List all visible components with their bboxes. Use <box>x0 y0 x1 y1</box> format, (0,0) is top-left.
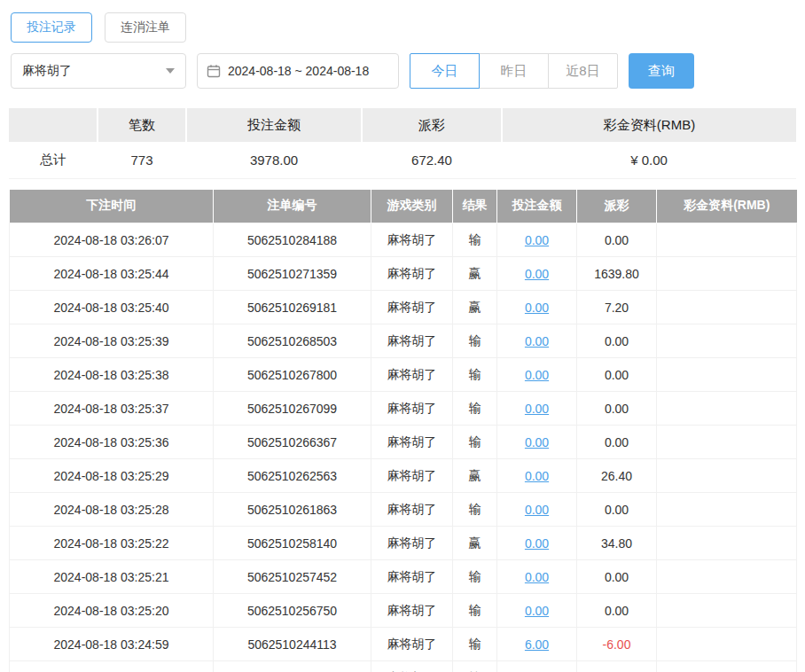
game-type-cell: 麻将胡了 <box>371 257 453 291</box>
bet-time-cell: 2024-08-18 03:25:29 <box>10 459 214 493</box>
table-row: 2024-08-18 03:25:405062510269181麻将胡了赢0.0… <box>10 291 797 324</box>
table-row: 2024-08-18 03:25:205062510256750麻将胡了输0.0… <box>10 594 797 628</box>
result-cell: 输 <box>453 661 497 672</box>
bonus-cell <box>657 661 797 672</box>
summary-header-row: 笔数 投注金额 派彩 彩金资料(RMB) <box>9 108 796 142</box>
bonus-cell <box>657 392 797 426</box>
bet-time-cell: 2024-08-18 03:25:28 <box>10 493 214 527</box>
payout-cell: 0.00 <box>577 324 657 358</box>
summary-total-label: 总计 <box>9 142 98 178</box>
table-row: 2024-08-18 03:25:445062510271359麻将胡了赢0.0… <box>10 257 797 291</box>
quick-last8days-button[interactable]: 近8日 <box>548 53 618 89</box>
table-row: 2024-08-18 03:25:395062510268503麻将胡了输0.0… <box>10 324 797 358</box>
result-cell: 输 <box>453 560 497 594</box>
col-header-order-id: 注单编号 <box>214 190 371 223</box>
bet-amount-link[interactable]: 6.00 <box>497 661 577 672</box>
payout-cell: 0.00 <box>577 358 657 392</box>
payout-cell: -6.00 <box>577 661 657 672</box>
bet-amount-link[interactable]: 0.00 <box>497 291 577 324</box>
col-header-bet-amount: 投注金额 <box>497 190 577 223</box>
order-id-cell: 5062510257452 <box>214 560 371 594</box>
bet-table: 下注时间 注单编号 游戏类别 结果 投注金额 派彩 彩金资料(RMB) 2024… <box>9 190 797 672</box>
bet-amount-link[interactable]: 0.00 <box>497 459 577 493</box>
tab-bet-records[interactable]: 投注记录 <box>11 12 92 43</box>
bonus-cell <box>657 459 797 493</box>
payout-cell: 0.00 <box>577 223 657 257</box>
summary-col-payout: 派彩 <box>362 108 502 142</box>
game-select[interactable]: 麻将胡了 <box>11 53 186 89</box>
summary-total-bonus: ¥ 0.00 <box>502 142 796 178</box>
bet-amount-link[interactable]: 0.00 <box>497 527 577 560</box>
bonus-cell <box>657 223 797 257</box>
bonus-cell <box>657 560 797 594</box>
order-id-cell: 5062510256750 <box>214 594 371 628</box>
payout-cell: 1639.80 <box>577 257 657 291</box>
result-cell: 赢 <box>453 291 497 324</box>
bet-time-cell: 2024-08-18 03:25:20 <box>10 594 214 628</box>
bet-amount-link[interactable]: 0.00 <box>497 560 577 594</box>
result-cell: 赢 <box>453 527 497 560</box>
table-row: 2024-08-18 03:25:365062510266367麻将胡了输0.0… <box>10 426 797 459</box>
game-type-cell: 麻将胡了 <box>371 527 453 560</box>
game-type-cell: 麻将胡了 <box>371 661 453 672</box>
table-row: 2024-08-18 03:25:225062510258140麻将胡了赢0.0… <box>10 527 797 560</box>
order-id-cell: 5062510244113 <box>214 628 371 661</box>
tab-cancelled-orders[interactable]: 连消注单 <box>105 12 186 43</box>
table-row: 2024-08-18 03:25:215062510257452麻将胡了输0.0… <box>10 560 797 594</box>
bet-amount-link[interactable]: 0.00 <box>497 257 577 291</box>
summary-total-payout: 672.40 <box>362 142 502 178</box>
bet-table-body: 2024-08-18 03:26:075062510284188麻将胡了输0.0… <box>10 223 797 672</box>
bet-time-cell: 2024-08-18 03:26:07 <box>10 223 214 257</box>
order-id-cell: 5062510267800 <box>214 358 371 392</box>
bet-time-cell: 2024-08-18 03:25:22 <box>10 527 214 560</box>
table-row: 2024-08-18 03:25:285062510261863麻将胡了输0.0… <box>10 493 797 527</box>
record-tabs: 投注记录 连消注单 <box>11 12 796 43</box>
bonus-cell <box>657 257 797 291</box>
summary-total-bet-amount: 3978.00 <box>186 142 362 178</box>
order-id-cell: 5062510267099 <box>214 392 371 426</box>
game-type-cell: 麻将胡了 <box>371 459 453 493</box>
bet-amount-link[interactable]: 0.00 <box>497 223 577 257</box>
bet-amount-link[interactable]: 6.00 <box>497 628 577 661</box>
payout-cell: 26.40 <box>577 459 657 493</box>
bonus-cell <box>657 358 797 392</box>
bonus-cell <box>657 594 797 628</box>
quick-yesterday-button[interactable]: 昨日 <box>479 53 549 89</box>
bet-time-cell: 2024-08-18 03:25:21 <box>10 560 214 594</box>
bet-amount-link[interactable]: 0.00 <box>497 594 577 628</box>
result-cell: 输 <box>453 426 497 459</box>
game-type-cell: 麻将胡了 <box>371 392 453 426</box>
bet-amount-link[interactable]: 0.00 <box>497 426 577 459</box>
summary-col-bet-amount: 投注金额 <box>186 108 362 142</box>
search-button[interactable]: 查询 <box>629 53 694 89</box>
table-row: 2024-08-18 03:25:385062510267800麻将胡了输0.0… <box>10 358 797 392</box>
result-cell: 赢 <box>453 459 497 493</box>
result-cell: 输 <box>453 628 497 661</box>
table-row: 2024-08-18 03:26:075062510284188麻将胡了输0.0… <box>10 223 797 257</box>
bet-time-cell: 2024-08-18 03:24:59 <box>10 628 214 661</box>
bet-amount-link[interactable]: 0.00 <box>497 324 577 358</box>
bet-time-cell: 2024-08-18 03:25:37 <box>10 392 214 426</box>
date-range-value: 2024-08-18 ~ 2024-08-18 <box>228 64 369 78</box>
bet-amount-link[interactable]: 0.00 <box>497 358 577 392</box>
quick-today-button[interactable]: 今日 <box>410 53 480 89</box>
order-id-cell: 5062510262563 <box>214 459 371 493</box>
chevron-down-icon <box>166 68 175 74</box>
bonus-cell <box>657 628 797 661</box>
summary-total-row: 总计 773 3978.00 672.40 ¥ 0.00 <box>9 142 796 178</box>
bet-table-header-row: 下注时间 注单编号 游戏类别 结果 投注金额 派彩 彩金资料(RMB) <box>10 190 797 223</box>
bet-time-cell: 2024-08-18 03:25:38 <box>10 358 214 392</box>
order-id-cell: 5062510269181 <box>214 291 371 324</box>
bet-amount-link[interactable]: 0.00 <box>497 493 577 527</box>
order-id-cell: 5062510268503 <box>214 324 371 358</box>
payout-cell: 0.00 <box>577 560 657 594</box>
payout-cell: 0.00 <box>577 426 657 459</box>
order-id-cell: 5062510261863 <box>214 493 371 527</box>
result-cell: 输 <box>453 594 497 628</box>
game-type-cell: 麻将胡了 <box>371 493 453 527</box>
col-header-bet-time: 下注时间 <box>10 190 214 223</box>
date-range-picker[interactable]: 2024-08-18 ~ 2024-08-18 <box>197 53 399 89</box>
payout-cell: 0.00 <box>577 493 657 527</box>
bet-amount-link[interactable]: 0.00 <box>497 392 577 426</box>
col-header-game-type: 游戏类别 <box>371 190 453 223</box>
